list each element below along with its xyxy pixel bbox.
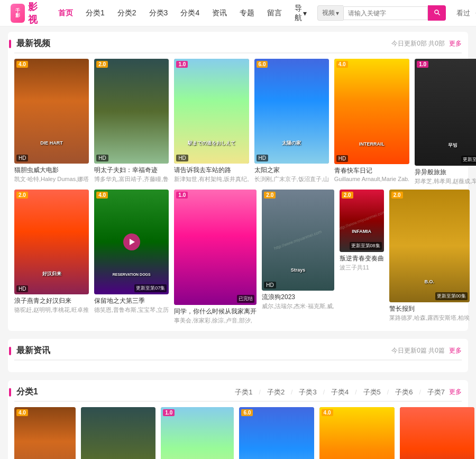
subcat-bar: 子类1/子类2/子类3/子类4/子类5/子类6/子类7 [235,388,445,397]
rating-badge: 1.0 [417,61,428,68]
chevron-down-icon: ▾ [303,9,307,17]
video-subtitle: 德笑恩,普鲁布斯,宝宝琴,立历 [94,306,169,314]
video-card[interactable]: INTERRAIL4.0青春快车日记Guillaume Arnault,Mari… [319,407,395,459]
video-title: 浪子燕青之好汉归来 [14,296,89,305]
nav-home[interactable]: 首页 [53,5,78,21]
header: 千影 影视 首页 分类1 分类2 分类3 分类4 资讯 专题 留言 导航 ▾ 视… [0,0,476,26]
video-subtitle: 郑孝芝,韩孝周,赵薇成,车大贤, [415,177,476,185]
header-right: 看过 登录 [456,8,476,18]
nav-cat3[interactable]: 分类3 [144,5,173,21]
latest-news-count: 今日更新0篇 共0篇 [391,346,445,355]
video-card[interactable]: B.O.2.0更新至第00集警长报到莱路德罗,哈森,露西安斯塔,柏埃 [389,190,470,325]
hd-badge: HD [16,155,28,161]
subcat-divider: / [387,389,389,396]
video-card[interactable]: 무빙1.0更新至16集异异般旅旅郑孝芝,韩孝周,赵薇成,车大贤, [415,59,476,185]
search-button[interactable] [428,5,446,21]
latest-videos-count: 今日更新0部 共0部 [391,39,445,48]
latest-videos-title: 最新视频 [14,38,50,49]
nav-news[interactable]: 资讯 [207,5,232,21]
video-subtitle: 博多华丸,富田靖子,齐藤瞳,鲁 [94,175,169,183]
episode-badge: 更新至16集 [461,156,476,164]
rating-badge: 2.0 [16,192,28,199]
category1-header: 分类1 子类1/子类2/子类3/子类4/子类5/子类6/子类7 更多 [14,386,462,402]
video-card[interactable]: 駅までの道をおしえて1.0HD请告诉我去车站的路新津知世,有村架纯,坂井真纪 [161,407,234,459]
rating-badge: 2.0 [264,192,276,199]
video-subtitle: 莱路德罗,哈森,露西安斯塔,柏埃 [389,314,470,322]
video-subtitle: 事美会,张家彩,徐淙,卢音,部汐, [174,317,257,325]
video-subtitle: 凯文·哈特,Haley Dumas,娜塔 [14,175,89,183]
video-title: 太阳之家 [254,166,329,175]
logo-text: 影视 [28,1,42,26]
video-title: 猫胆虫威大电影 [14,166,89,175]
search-input[interactable] [343,6,428,20]
rating-badge: 1.0 [176,192,188,199]
subcat-item[interactable]: 子类4 [331,388,349,397]
rating-badge: 2.0 [96,61,108,68]
video-card[interactable]: 2.0HD明太子夫妇：幸福奇迹博多华丸,富田靖子,齐藤瞳,鲁 [94,59,169,185]
rating-badge: 1.0 [163,409,175,416]
video-card[interactable]: Strays2.0HDhttp://www.miyuanmei.com流浪狗20… [262,190,334,325]
video-title: 流浪狗2023 [262,293,334,302]
subcat-item[interactable]: 子类1 [235,388,252,397]
latest-videos-grid-row1: DIE HART4.0HD猫胆虫威大电影凯文·哈特,Haley Dumas,娜塔… [14,59,462,185]
hd-badge: HD [264,282,276,289]
rating-badge: 4.0 [322,409,333,416]
hd-badge: HD [176,155,188,161]
latest-videos-meta: 今日更新0部 共0部 更多 [391,39,462,48]
category1-grid: DIE HART4.0HD猫胆虫威大电影博多华丸,富田靖子,娜塔駅までの道をおし… [14,407,462,459]
video-title: 请告诉我去车站的路 [174,166,249,175]
video-card[interactable]: 太陽の家6.0太阳之家长渕刚,广末京子,饭沼直子,山 [239,407,314,459]
nav-cat2[interactable]: 分类2 [112,5,142,21]
video-card[interactable]: RESERVATION DOGS4.0更新至第07集保留地之犬第三季德笑恩,普鲁… [94,190,169,325]
subcat-divider: / [419,389,420,396]
category1-section: 分类1 子类1/子类2/子类3/子类4/子类5/子类6/子类7 更多 DIE H… [8,380,468,459]
video-card[interactable]: 駅までの道をおしえて1.0HD请告诉我去车站的路新津知世,有村架纯,坂井真纪, [174,59,249,185]
nav-message[interactable]: 留言 [262,5,287,21]
hd-badge: HD [96,155,108,161]
episode-badge: 更新至第08集 [350,242,382,250]
video-title: 保留地之犬第三季 [94,296,169,305]
video-card[interactable]: 好汉归来2.0HD浪子燕青之好汉归来骆驼赶,赵明明,李桃花,旺卓推 [14,190,89,325]
nav-guide[interactable]: 导航 ▾ [289,1,312,26]
nav-cat4[interactable]: 分类4 [175,5,205,21]
video-title: 明太子夫妇：幸福奇迹 [94,166,169,175]
category1-meta: 子类1/子类2/子类3/子类4/子类5/子类6/子类7 更多 [235,388,462,397]
episode-badge: 已完结 [237,295,254,303]
subcat-item[interactable]: 子类7 [427,388,445,397]
subcat-divider: / [291,389,292,396]
nav-cat1[interactable]: 分类1 [80,5,110,21]
latest-news-more[interactable]: 更多 [449,346,462,355]
video-card[interactable]: DIE HART4.0HD猫胆虫威大电影博多华丸,富田靖子,娜塔 [14,407,76,459]
search-area: 视频 ▾ [317,5,446,21]
subcat-item[interactable]: 子类6 [395,388,413,397]
video-card[interactable]: 太陽の家6.0HD太阳之家长渕刚,广末京子,饭沼直子,山 [254,59,329,185]
subcat-item[interactable]: 子类2 [267,388,285,397]
subcat-item[interactable]: 子类5 [363,388,381,397]
subcat-divider: / [323,389,325,396]
play-button[interactable] [123,233,140,250]
video-card[interactable]: 1.0已完结同学，你什么时候从我家离开事美会,张家彩,徐淙,卢音,部汐, [174,190,257,325]
latest-videos-more[interactable]: 更多 [449,39,462,48]
latest-videos-header: 最新视频 今日更新0部 共0部 更多 [14,38,462,53]
video-card[interactable]: 駅までの道をおしえてHD明太子夫妇：幸福奇迹博多华丸,富田靖子,齐藤瞳,鲁 [81,407,155,459]
logo[interactable]: 千影 影视 [11,1,42,26]
latest-news-section: 最新资讯 今日更新0篇 共0篇 更多 [8,339,468,372]
video-subtitle: 新津知世,有村架纯,坂井真纪, [174,175,249,183]
category1-more[interactable]: 更多 [449,388,462,397]
video-subtitle: 长渕刚,广末京子,饭沼直子,山 [254,175,329,183]
category1-title: 分类1 [14,386,38,398]
rating-badge: 6.0 [257,61,268,68]
episode-badge: 更新至第00集 [435,292,468,300]
latest-videos-grid-row2: 好汉归来2.0HD浪子燕青之好汉归来骆驼赶,赵明明,李桃花,旺卓推RESERVA… [14,190,462,325]
rating-badge: 1.0 [176,61,188,68]
search-type-select[interactable]: 视频 ▾ [317,5,343,21]
nav-topic[interactable]: 专题 [234,5,260,21]
hd-badge: HD [257,155,268,161]
subcat-item[interactable]: 子类3 [299,388,316,397]
video-card[interactable]: DIE HART4.0HD猫胆虫威大电影凯文·哈特,Haley Dumas,娜塔 [14,59,89,185]
video-card[interactable]: INFAMIA2.0更新至第08集http://www.miyuanmei.co… [340,190,384,325]
video-card[interactable]: INTERRAIL4.0HD青春快车日记Guillaume Arnault,Ma… [334,59,409,185]
rating-badge: 6.0 [241,409,253,416]
video-card[interactable]: 好汉归来浪子燕青之好汉归来骆驼赶,赵明明,李桃花,旺卓推 [400,407,474,459]
watch-history[interactable]: 看过 [456,8,470,18]
